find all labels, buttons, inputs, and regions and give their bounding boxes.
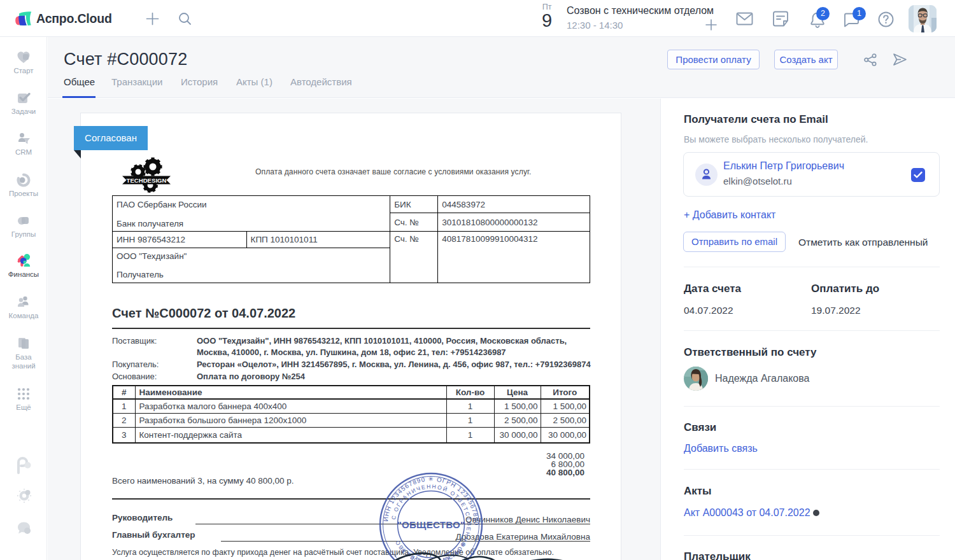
svg-text:TECHDESIGN: TECHDESIGN bbox=[127, 177, 167, 184]
svg-text:"ОБЩЕСТВО": "ОБЩЕСТВО" bbox=[397, 519, 465, 530]
